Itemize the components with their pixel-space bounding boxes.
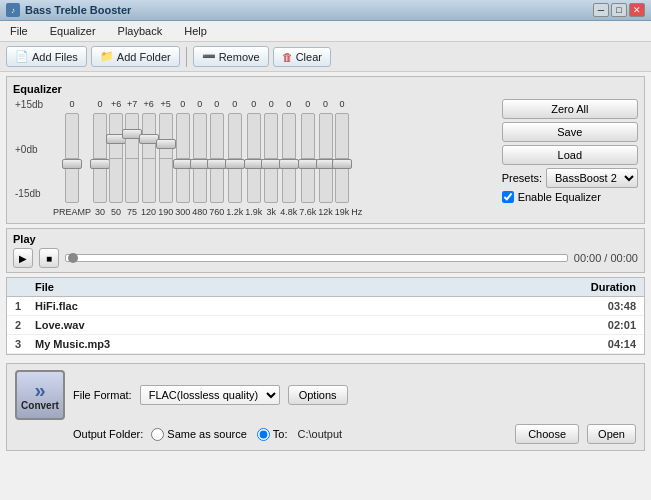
band-thumb-190[interactable] — [156, 139, 176, 149]
add-files-button[interactable]: 📄 Add Files — [6, 46, 87, 67]
band-value-12k: 0 — [323, 99, 328, 111]
add-folder-label: Add Folder — [117, 51, 171, 63]
convert-section: » Convert File Format: FLAC(lossless qua… — [6, 363, 645, 451]
add-files-label: Add Files — [32, 51, 78, 63]
band-value-1.9k: 0 — [251, 99, 256, 111]
file-row[interactable]: 3 My Music.mp3 04:14 — [7, 335, 644, 354]
file-duration: 04:14 — [566, 338, 636, 350]
band-track-7.6k[interactable] — [301, 113, 315, 203]
band-freq-7.6k: 7.6k — [299, 207, 316, 217]
band-track-300[interactable] — [176, 113, 190, 203]
minimize-button[interactable]: ─ — [593, 3, 609, 17]
band-freq-480: 480 — [192, 207, 207, 217]
play-section: Play ▶ ■ 00:00 / 00:00 — [6, 228, 645, 273]
band-track-30[interactable] — [93, 113, 107, 203]
file-name: Love.wav — [35, 319, 566, 331]
band-thumb-4.8k[interactable] — [279, 159, 299, 169]
play-progress-bar[interactable] — [65, 254, 568, 262]
save-button[interactable]: Save — [502, 122, 638, 142]
to-label: To: — [273, 428, 288, 440]
play-thumb[interactable] — [68, 253, 78, 263]
db-plus15: +15db — [15, 99, 43, 110]
to-option[interactable]: To: — [257, 428, 288, 441]
file-list-body: 1 HiFi.flac 03:48 2 Love.wav 02:01 3 My … — [7, 297, 644, 354]
same-source-label: Same as source — [167, 428, 246, 440]
window-controls: ─ □ ✕ — [593, 3, 645, 17]
band-value-PREAMP: 0 — [70, 99, 75, 111]
options-button[interactable]: Options — [288, 385, 348, 405]
band-track-4.8k[interactable] — [282, 113, 296, 203]
band-thumb-PREAMP[interactable] — [62, 159, 82, 169]
band-value-50: +6 — [111, 99, 121, 111]
center-line — [160, 158, 172, 159]
menu-equalizer[interactable]: Equalizer — [44, 23, 102, 39]
band-track-1.9k[interactable] — [247, 113, 261, 203]
toolbar: 📄 Add Files 📁 Add Folder ➖ Remove 🗑 Clea… — [0, 42, 651, 72]
format-options-row: File Format: FLAC(lossless quality) Opti… — [73, 385, 636, 405]
band-track-50[interactable] — [109, 113, 123, 203]
band-value-30: 0 — [98, 99, 103, 111]
band-track-75[interactable] — [125, 113, 139, 203]
eq-band-1.9k: 01.9k — [245, 99, 262, 217]
to-radio[interactable] — [257, 428, 270, 441]
enable-equalizer-row: Enable Equalizer — [502, 191, 638, 203]
band-thumb-7.6k[interactable] — [298, 159, 318, 169]
remove-button[interactable]: ➖ Remove — [193, 46, 269, 67]
band-thumb-19k[interactable] — [332, 159, 352, 169]
convert-button[interactable]: » Convert — [15, 370, 65, 420]
play-button[interactable]: ▶ — [13, 248, 33, 268]
file-num: 1 — [15, 300, 35, 312]
menu-help[interactable]: Help — [178, 23, 213, 39]
convert-row-bottom: Output Folder: Same as source To: C:\out… — [15, 424, 636, 444]
file-row[interactable]: 1 HiFi.flac 03:48 — [7, 297, 644, 316]
menu-playback[interactable]: Playback — [112, 23, 169, 39]
menu-bar: File Equalizer Playback Help — [0, 21, 651, 42]
file-row[interactable]: 2 Love.wav 02:01 — [7, 316, 644, 335]
eq-db-labels: +15db +0db -15db — [13, 99, 45, 199]
add-folder-button[interactable]: 📁 Add Folder — [91, 46, 180, 67]
maximize-button[interactable]: □ — [611, 3, 627, 17]
enable-equalizer-checkbox[interactable] — [502, 191, 514, 203]
add-folder-icon: 📁 — [100, 50, 114, 63]
band-track-12k[interactable] — [319, 113, 333, 203]
band-track-120[interactable] — [142, 113, 156, 203]
play-controls: ▶ ■ 00:00 / 00:00 — [13, 248, 638, 268]
band-track-1.2k[interactable] — [228, 113, 242, 203]
file-num: 2 — [15, 319, 35, 331]
title-text: Bass Treble Booster — [25, 4, 131, 16]
radio-group: Same as source To: C:\output — [151, 428, 342, 441]
band-track-3k[interactable] — [264, 113, 278, 203]
band-thumb-30[interactable] — [90, 159, 110, 169]
play-time: 00:00 / 00:00 — [574, 252, 638, 264]
clear-button[interactable]: 🗑 Clear — [273, 47, 331, 67]
band-thumb-1.2k[interactable] — [225, 159, 245, 169]
open-button[interactable]: Open — [587, 424, 636, 444]
menu-file[interactable]: File — [4, 23, 34, 39]
zero-all-button[interactable]: Zero All — [502, 99, 638, 119]
format-select[interactable]: FLAC(lossless quality) — [140, 385, 280, 405]
band-track-19k[interactable] — [335, 113, 349, 203]
center-line — [143, 158, 155, 159]
band-thumb-760[interactable] — [207, 159, 227, 169]
hz-text: Hz — [351, 207, 362, 217]
eq-band-30: 030 — [93, 99, 107, 217]
same-source-option[interactable]: Same as source — [151, 428, 246, 441]
presets-select[interactable]: BassBoost 2 — [546, 168, 638, 188]
band-freq-300: 300 — [175, 207, 190, 217]
band-freq-75: 75 — [127, 207, 137, 217]
db-minus15: -15db — [15, 188, 43, 199]
choose-button[interactable]: Choose — [515, 424, 579, 444]
band-track-PREAMP[interactable] — [65, 113, 79, 203]
enable-equalizer-label: Enable Equalizer — [518, 191, 601, 203]
band-freq-30: 30 — [95, 207, 105, 217]
same-source-radio[interactable] — [151, 428, 164, 441]
band-track-480[interactable] — [193, 113, 207, 203]
load-button[interactable]: Load — [502, 145, 638, 165]
band-freq-120: 120 — [141, 207, 156, 217]
close-button[interactable]: ✕ — [629, 3, 645, 17]
stop-button[interactable]: ■ — [39, 248, 59, 268]
band-value-300: 0 — [180, 99, 185, 111]
band-track-760[interactable] — [210, 113, 224, 203]
band-track-190[interactable] — [159, 113, 173, 203]
eq-band-75: +775 — [125, 99, 139, 217]
